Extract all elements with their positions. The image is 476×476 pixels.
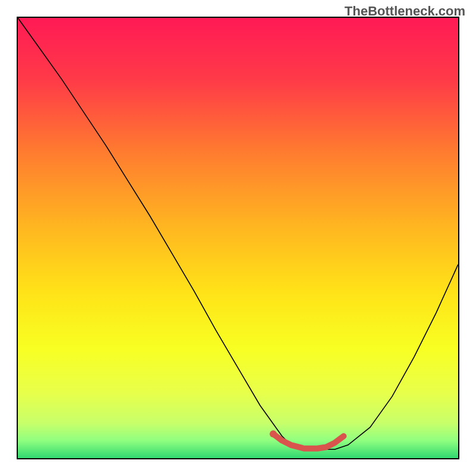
highlight-curve: [273, 434, 343, 448]
main-curve: [18, 18, 458, 449]
highlight-start-dot: [270, 430, 277, 437]
chart-plot-area: [17, 17, 459, 459]
chart-curves: [18, 18, 458, 458]
watermark-text: TheBottleneck.com: [345, 4, 465, 19]
